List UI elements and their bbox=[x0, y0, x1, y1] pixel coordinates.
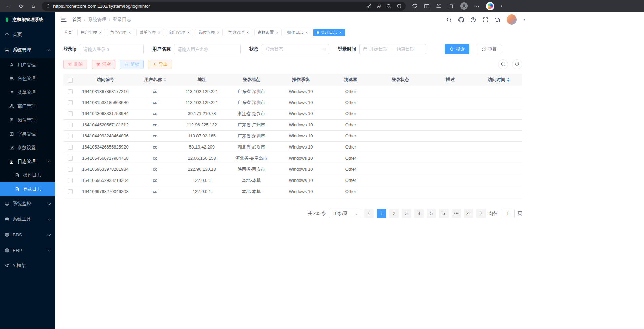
toggle-search-button[interactable] bbox=[498, 59, 508, 69]
user-name-input[interactable] bbox=[174, 44, 241, 54]
select-all-checkbox[interactable] bbox=[68, 78, 73, 83]
page-ellipsis-button[interactable]: ••• bbox=[452, 209, 461, 218]
page-button-5[interactable]: 5 bbox=[427, 209, 436, 218]
split-screen-icon[interactable] bbox=[424, 3, 430, 9]
tab-role-management[interactable]: 角色管理× bbox=[107, 29, 135, 36]
login-time-range-picker[interactable]: 开始日期 - 结束日期 bbox=[359, 44, 426, 54]
page-size-select[interactable]: 10条/页 bbox=[329, 209, 361, 218]
zoom-out-icon[interactable] bbox=[386, 4, 391, 9]
row-checkbox[interactable] bbox=[68, 123, 73, 127]
tab-dict-management[interactable]: 字典管理× bbox=[225, 29, 252, 36]
page-button-2[interactable]: 2 bbox=[389, 209, 399, 218]
user-avatar[interactable] bbox=[507, 14, 517, 25]
login-ip-field[interactable] bbox=[83, 47, 140, 52]
reset-button[interactable]: 重置 bbox=[477, 44, 501, 54]
column-header[interactable]: 用户名称 bbox=[133, 74, 177, 86]
sidebar-item-home[interactable]: 首页 bbox=[0, 27, 55, 42]
tab-user-management[interactable]: 用户管理× bbox=[77, 29, 105, 36]
sidebar-item-param-settings[interactable]: 参数设置 bbox=[0, 141, 55, 155]
search-icon[interactable] bbox=[446, 17, 452, 23]
collapse-menu-icon[interactable] bbox=[61, 17, 67, 23]
tab-close-icon[interactable]: × bbox=[305, 30, 308, 35]
row-checkbox[interactable] bbox=[68, 134, 73, 138]
page-button-3[interactable]: 3 bbox=[402, 209, 411, 218]
unlock-button[interactable]: 解锁 bbox=[120, 60, 144, 69]
browser-refresh-button[interactable]: ⟳ bbox=[15, 1, 27, 11]
bing-caret-icon[interactable]: ▾ bbox=[501, 4, 502, 8]
start-date-placeholder[interactable]: 开始日期 bbox=[370, 46, 387, 52]
sidebar-item-system-monitor[interactable]: 系统监控 bbox=[0, 196, 55, 211]
tab-post-management[interactable]: 岗位管理× bbox=[195, 29, 223, 36]
next-page-button[interactable] bbox=[476, 209, 486, 218]
tab-param-settings[interactable]: 参数设置× bbox=[254, 29, 282, 36]
address-bar[interactable]: https://ccnetcore.com:1101/system/log/lo… bbox=[42, 2, 406, 11]
font-size-icon[interactable] bbox=[495, 17, 500, 23]
breadcrumb-system[interactable]: 系统管理 bbox=[88, 17, 106, 23]
site-info-icon[interactable] bbox=[46, 4, 50, 8]
end-date-placeholder[interactable]: 结束日期 bbox=[397, 46, 414, 52]
row-checkbox[interactable] bbox=[68, 178, 73, 183]
sidebar-item-system-tools[interactable]: 系统工具 bbox=[0, 211, 55, 227]
tab-close-icon[interactable]: × bbox=[187, 30, 190, 35]
tab-close-icon[interactable]: × bbox=[246, 30, 249, 35]
sidebar-item-user-management[interactable]: 用户管理 bbox=[0, 58, 55, 72]
user-name-field[interactable] bbox=[178, 47, 237, 52]
browser-more-icon[interactable]: ⋯ bbox=[474, 3, 479, 9]
page-button-6[interactable]: 6 bbox=[439, 209, 449, 218]
row-checkbox[interactable] bbox=[68, 167, 73, 172]
sidebar-item-erp[interactable]: ERP bbox=[0, 242, 55, 258]
column-header[interactable]: 访问时间 bbox=[475, 74, 522, 86]
tab-close-icon[interactable]: × bbox=[217, 30, 219, 35]
sidebar-item-log-management[interactable]: 日志管理 bbox=[0, 155, 55, 168]
sidebar-item-bbs[interactable]: BBS bbox=[0, 227, 55, 242]
row-checkbox[interactable] bbox=[68, 156, 73, 161]
tab-operation-log[interactable]: 操作日志× bbox=[284, 29, 311, 36]
sidebar-item-dict-management[interactable]: 字典管理 bbox=[0, 127, 55, 141]
tab-dept-management[interactable]: 部门管理× bbox=[166, 29, 193, 36]
sort-carets-icon[interactable] bbox=[164, 78, 166, 82]
page-button-21[interactable]: 21 bbox=[464, 209, 473, 218]
fullscreen-icon[interactable] bbox=[482, 17, 488, 23]
sidebar-item-system-management[interactable]: 系统管理 bbox=[0, 42, 55, 58]
page-button-4[interactable]: 4 bbox=[414, 209, 424, 218]
browser-essentials-icon[interactable] bbox=[412, 3, 418, 9]
tab-close-icon[interactable]: × bbox=[339, 30, 342, 35]
password-key-icon[interactable] bbox=[366, 4, 371, 9]
sidebar-item-login-log[interactable]: 登录日志 bbox=[0, 182, 55, 196]
avatar-caret-icon[interactable]: ▾ bbox=[523, 18, 525, 21]
row-checkbox[interactable] bbox=[68, 89, 73, 94]
tab-home[interactable]: 首页 bbox=[61, 29, 75, 36]
tab-login-log[interactable]: 登录日志× bbox=[313, 29, 345, 36]
github-icon[interactable] bbox=[458, 17, 464, 23]
sidebar-item-post-management[interactable]: 岗位管理 bbox=[0, 113, 55, 127]
read-aloud-icon[interactable]: A⁾ bbox=[377, 4, 381, 9]
browser-back-button[interactable]: ← bbox=[3, 1, 15, 11]
login-ip-input[interactable] bbox=[80, 44, 144, 54]
sidebar-item-menu-management[interactable]: 菜单管理 bbox=[0, 86, 55, 99]
tab-menu-management[interactable]: 菜单管理× bbox=[136, 29, 164, 36]
sort-carets-icon[interactable] bbox=[507, 78, 510, 82]
shield-icon[interactable] bbox=[397, 4, 402, 9]
browser-home-button[interactable]: ⌂ bbox=[28, 1, 39, 11]
collections-icon[interactable] bbox=[448, 3, 454, 9]
search-button[interactable]: 搜索 bbox=[445, 44, 469, 54]
refresh-table-button[interactable] bbox=[512, 59, 522, 69]
sidebar-item-yi-framework[interactable]: Yi框架 bbox=[0, 258, 55, 273]
breadcrumb-home[interactable]: 首页 bbox=[72, 17, 81, 23]
clear-button[interactable]: 清空 bbox=[92, 60, 115, 69]
sidebar-item-dept-management[interactable]: 部门管理 bbox=[0, 99, 55, 113]
tab-close-icon[interactable]: × bbox=[276, 30, 279, 35]
row-checkbox[interactable] bbox=[68, 189, 73, 194]
sidebar-item-operation-log[interactable]: 操作日志 bbox=[0, 168, 55, 182]
page-button-1[interactable]: 1 bbox=[377, 209, 386, 218]
browser-profile-icon[interactable] bbox=[460, 2, 468, 10]
tab-close-icon[interactable]: × bbox=[158, 30, 160, 35]
row-checkbox[interactable] bbox=[68, 100, 73, 105]
help-icon[interactable] bbox=[470, 17, 476, 23]
goto-page-input[interactable] bbox=[501, 209, 515, 218]
tab-close-icon[interactable]: × bbox=[129, 30, 131, 35]
sidebar-item-role-management[interactable]: 角色管理 bbox=[0, 72, 55, 86]
export-button[interactable]: 导出 bbox=[148, 60, 172, 69]
status-select[interactable]: 登录状态 bbox=[262, 44, 329, 54]
row-checkbox[interactable] bbox=[68, 145, 73, 150]
